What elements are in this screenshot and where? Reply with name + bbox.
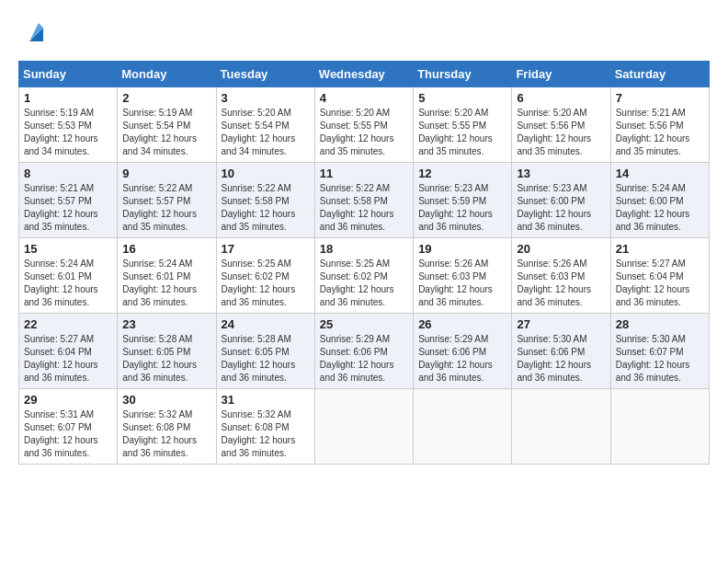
day-number: 12 (418, 167, 506, 180)
day-info: Sunrise: 5:19 AM Sunset: 5:53 PM Dayligh… (24, 107, 112, 158)
day-number: 5 (418, 91, 506, 105)
day-info: Sunrise: 5:20 AM Sunset: 5:56 PM Dayligh… (517, 107, 605, 158)
day-info: Sunrise: 5:20 AM Sunset: 5:55 PM Dayligh… (320, 107, 408, 158)
day-info: Sunrise: 5:29 AM Sunset: 6:06 PM Dayligh… (418, 333, 506, 385)
calendar-cell: 19 Sunrise: 5:26 AM Sunset: 6:03 PM Dayl… (414, 238, 512, 314)
day-number: 15 (24, 242, 112, 256)
day-info: Sunrise: 5:30 AM Sunset: 6:07 PM Dayligh… (616, 333, 704, 385)
day-number: 19 (418, 242, 506, 256)
day-info: Sunrise: 5:30 AM Sunset: 6:06 PM Dayligh… (517, 333, 605, 385)
day-info: Sunrise: 5:20 AM Sunset: 5:54 PM Dayligh… (222, 107, 310, 158)
calendar-cell: 11 Sunrise: 5:22 AM Sunset: 5:58 PM Dayl… (314, 163, 413, 238)
day-info: Sunrise: 5:28 AM Sunset: 6:05 PM Dayligh… (122, 333, 210, 385)
calendar-cell: 16 Sunrise: 5:24 AM Sunset: 6:01 PM Dayl… (118, 238, 216, 314)
day-number: 9 (122, 167, 210, 180)
calendar-cell: 17 Sunrise: 5:25 AM Sunset: 6:02 PM Dayl… (216, 238, 314, 314)
day-info: Sunrise: 5:22 AM Sunset: 5:58 PM Dayligh… (320, 182, 408, 234)
calendar-cell (414, 389, 512, 465)
calendar-table: SundayMondayTuesdayWednesdayThursdayFrid… (18, 61, 710, 465)
calendar-week-row: 29 Sunrise: 5:31 AM Sunset: 6:07 PM Dayl… (19, 389, 710, 465)
weekday-header-thursday: Thursday (414, 62, 512, 87)
calendar-cell (314, 389, 413, 465)
calendar-cell: 31 Sunrise: 5:32 AM Sunset: 6:08 PM Dayl… (216, 389, 314, 465)
day-number: 13 (517, 167, 605, 180)
day-info: Sunrise: 5:32 AM Sunset: 6:08 PM Dayligh… (122, 408, 210, 460)
calendar-cell: 30 Sunrise: 5:32 AM Sunset: 6:08 PM Dayl… (118, 389, 216, 465)
calendar-cell: 21 Sunrise: 5:27 AM Sunset: 6:04 PM Dayl… (610, 238, 709, 314)
calendar-cell (512, 389, 610, 465)
day-number: 27 (517, 317, 605, 331)
day-info: Sunrise: 5:26 AM Sunset: 6:03 PM Dayligh… (418, 258, 506, 309)
calendar-week-row: 1 Sunrise: 5:19 AM Sunset: 5:53 PM Dayli… (19, 87, 710, 163)
logo-icon (20, 18, 48, 46)
calendar-cell: 22 Sunrise: 5:27 AM Sunset: 6:04 PM Dayl… (19, 314, 118, 389)
day-info: Sunrise: 5:19 AM Sunset: 5:54 PM Dayligh… (122, 107, 210, 158)
weekday-header-tuesday: Tuesday (216, 62, 314, 87)
day-info: Sunrise: 5:24 AM Sunset: 6:01 PM Dayligh… (24, 258, 112, 309)
day-number: 28 (616, 317, 704, 331)
weekday-header-saturday: Saturday (610, 62, 709, 87)
calendar-cell: 5 Sunrise: 5:20 AM Sunset: 5:55 PM Dayli… (414, 87, 512, 163)
calendar-week-row: 22 Sunrise: 5:27 AM Sunset: 6:04 PM Dayl… (19, 314, 710, 389)
calendar-cell: 10 Sunrise: 5:22 AM Sunset: 5:58 PM Dayl… (216, 163, 314, 238)
day-info: Sunrise: 5:22 AM Sunset: 5:57 PM Dayligh… (122, 182, 210, 234)
weekday-header-monday: Monday (118, 62, 216, 87)
day-number: 4 (320, 91, 408, 105)
day-info: Sunrise: 5:21 AM Sunset: 5:57 PM Dayligh… (24, 182, 112, 234)
day-number: 14 (616, 167, 704, 180)
calendar-cell: 15 Sunrise: 5:24 AM Sunset: 6:01 PM Dayl… (19, 238, 118, 314)
day-number: 25 (320, 317, 408, 331)
day-info: Sunrise: 5:32 AM Sunset: 6:08 PM Dayligh… (222, 408, 310, 460)
logo (18, 18, 48, 46)
day-number: 20 (517, 242, 605, 256)
calendar-cell: 13 Sunrise: 5:23 AM Sunset: 6:00 PM Dayl… (512, 163, 610, 238)
day-info: Sunrise: 5:21 AM Sunset: 5:56 PM Dayligh… (616, 107, 704, 158)
day-number: 8 (24, 167, 112, 180)
day-number: 24 (222, 317, 310, 331)
calendar-week-row: 8 Sunrise: 5:21 AM Sunset: 5:57 PM Dayli… (19, 163, 710, 238)
day-number: 3 (222, 91, 310, 105)
calendar-cell: 25 Sunrise: 5:29 AM Sunset: 6:06 PM Dayl… (314, 314, 413, 389)
calendar-cell: 14 Sunrise: 5:24 AM Sunset: 6:00 PM Dayl… (610, 163, 709, 238)
day-info: Sunrise: 5:27 AM Sunset: 6:04 PM Dayligh… (24, 333, 112, 385)
day-number: 16 (122, 242, 210, 256)
day-info: Sunrise: 5:25 AM Sunset: 6:02 PM Dayligh… (320, 258, 408, 309)
day-number: 17 (222, 242, 310, 256)
calendar-cell: 1 Sunrise: 5:19 AM Sunset: 5:53 PM Dayli… (19, 87, 118, 163)
day-info: Sunrise: 5:22 AM Sunset: 5:58 PM Dayligh… (222, 182, 310, 234)
day-info: Sunrise: 5:25 AM Sunset: 6:02 PM Dayligh… (222, 258, 310, 309)
calendar-cell (610, 389, 709, 465)
day-number: 1 (24, 91, 112, 105)
calendar-cell: 29 Sunrise: 5:31 AM Sunset: 6:07 PM Dayl… (19, 389, 118, 465)
calendar-cell: 18 Sunrise: 5:25 AM Sunset: 6:02 PM Dayl… (314, 238, 413, 314)
day-number: 21 (616, 242, 704, 256)
day-number: 7 (616, 91, 704, 105)
day-number: 18 (320, 242, 408, 256)
calendar-cell: 7 Sunrise: 5:21 AM Sunset: 5:56 PM Dayli… (610, 87, 709, 163)
calendar-cell: 26 Sunrise: 5:29 AM Sunset: 6:06 PM Dayl… (414, 314, 512, 389)
day-number: 6 (517, 91, 605, 105)
day-info: Sunrise: 5:24 AM Sunset: 6:01 PM Dayligh… (122, 258, 210, 309)
day-number: 23 (122, 317, 210, 331)
calendar-cell: 23 Sunrise: 5:28 AM Sunset: 6:05 PM Dayl… (118, 314, 216, 389)
day-number: 26 (418, 317, 506, 331)
calendar-cell: 20 Sunrise: 5:26 AM Sunset: 6:03 PM Dayl… (512, 238, 610, 314)
calendar-body: 1 Sunrise: 5:19 AM Sunset: 5:53 PM Dayli… (19, 87, 710, 465)
calendar-cell: 8 Sunrise: 5:21 AM Sunset: 5:57 PM Dayli… (19, 163, 118, 238)
weekday-header-wednesday: Wednesday (314, 62, 413, 87)
day-info: Sunrise: 5:27 AM Sunset: 6:04 PM Dayligh… (616, 258, 704, 309)
day-number: 29 (24, 393, 112, 407)
day-info: Sunrise: 5:29 AM Sunset: 6:06 PM Dayligh… (320, 333, 408, 385)
page-header (18, 18, 710, 46)
day-number: 30 (122, 393, 210, 407)
day-number: 22 (24, 317, 112, 331)
day-number: 10 (222, 167, 310, 180)
calendar-week-row: 15 Sunrise: 5:24 AM Sunset: 6:01 PM Dayl… (19, 238, 710, 314)
day-info: Sunrise: 5:23 AM Sunset: 6:00 PM Dayligh… (517, 182, 605, 234)
day-info: Sunrise: 5:26 AM Sunset: 6:03 PM Dayligh… (517, 258, 605, 309)
calendar-cell: 27 Sunrise: 5:30 AM Sunset: 6:06 PM Dayl… (512, 314, 610, 389)
weekday-header-sunday: Sunday (19, 62, 118, 87)
day-number: 31 (222, 393, 310, 407)
day-info: Sunrise: 5:23 AM Sunset: 5:59 PM Dayligh… (418, 182, 506, 234)
day-number: 2 (122, 91, 210, 105)
